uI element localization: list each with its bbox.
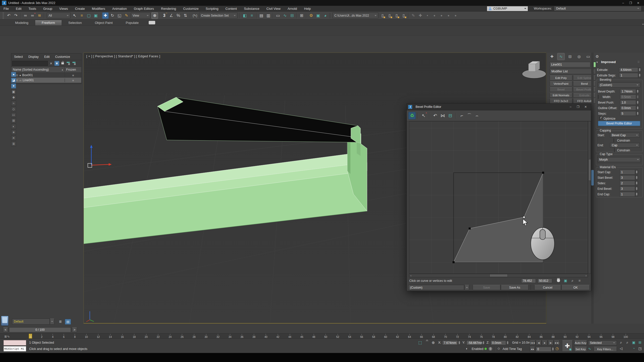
ribbon-config-icon[interactable]: [149, 21, 155, 24]
schematic-view-icon[interactable]: ⊞: [298, 12, 305, 19]
dialog-title-bar[interactable]: 3 Bevel Profile Editor – ❐ ✕: [407, 104, 591, 110]
account-menu[interactable]: CGBUMP: [487, 6, 528, 11]
extrude-segs-field[interactable]: 1: [619, 73, 638, 78]
key-filters-button[interactable]: Key Filters...: [594, 347, 617, 352]
bezier-corner-icon[interactable]: ⌒: [466, 112, 473, 119]
rendered-frame-window-icon[interactable]: ▣: [315, 12, 321, 19]
fov-icon[interactable]: ◁: [618, 346, 624, 351]
command-panel-scrollbar[interactable]: [591, 53, 594, 324]
sync-states-icon[interactable]: ▯: [400, 12, 407, 19]
dope-sheet-icon[interactable]: ⊟: [289, 12, 295, 19]
ribbon-tab[interactable]: Modeling: [9, 20, 35, 25]
capping-end-dropdown[interactable]: Cap: [610, 143, 640, 148]
explorer-menu-item[interactable]: Edit: [42, 55, 53, 59]
selection-set-dropdown[interactable]: Selected: [588, 340, 617, 345]
coord-y-field[interactable]: 50.812: [538, 279, 552, 283]
frozen-icon[interactable]: ∗: [72, 78, 74, 82]
state-sets-icon[interactable]: ▯: [379, 12, 386, 19]
transform-gizmo-icon[interactable]: ⊕: [432, 340, 435, 345]
tab-modify-icon[interactable]: ∿: [557, 53, 565, 60]
vertical-scrollbar[interactable]: [588, 121, 591, 274]
preset-dropdown-button[interactable]: [465, 285, 469, 290]
time-slider[interactable]: 0 / 100: [9, 327, 71, 332]
zoom-extents-all-icon[interactable]: ⊞: [637, 340, 643, 345]
open-container-icon[interactable]: ▯: [386, 12, 393, 19]
undo-icon[interactable]: ↶: [6, 12, 12, 19]
ribbon-tab[interactable]: Object Paint: [88, 20, 119, 25]
select-and-rotate-icon[interactable]: ↻: [109, 12, 116, 19]
toolbar-drag-handle[interactable]: [3, 12, 4, 19]
maximize-viewport-icon[interactable]: ◳: [637, 346, 643, 351]
key-mode-toggle[interactable]: ◄►: [530, 347, 535, 352]
close-button[interactable]: ✕: [582, 105, 589, 109]
ribbon-tab[interactable]: Freeform: [35, 20, 62, 25]
project-folder-select[interactable]: C:\Users\JI...ds Max 2022: [333, 13, 378, 18]
select-object-icon[interactable]: ↖: [71, 12, 78, 19]
frozen-icon[interactable]: ∗: [72, 73, 74, 77]
auto-key-button[interactable]: Auto Key: [574, 340, 587, 345]
minimize-button[interactable]: –: [567, 105, 574, 109]
modifier-button[interactable]: VertexPaint: [550, 81, 572, 86]
tab-utilities-icon[interactable]: ⚙: [593, 53, 601, 60]
capping-start-dropdown[interactable]: Bevel Cap: [610, 133, 640, 138]
menu-item[interactable]: Modifiers: [88, 7, 109, 11]
filter-bones-icon[interactable]: ◇: [11, 107, 16, 112]
menu-item[interactable]: Substance: [240, 7, 263, 11]
material-id-field[interactable]: 3: [620, 186, 635, 191]
frame-spinner[interactable]: [551, 347, 554, 352]
bezier-smooth-icon[interactable]: ⌢: [473, 112, 481, 119]
filter-list-icon[interactable]: ≣: [11, 141, 16, 146]
ribbon-tab[interactable]: Populate: [119, 20, 145, 25]
menu-item[interactable]: Animation: [109, 7, 130, 11]
rect-selection-region-icon[interactable]: ▢: [86, 12, 92, 19]
viewport-layout-icon[interactable]: [1, 316, 9, 326]
extrude-field[interactable]: 4.64mm: [619, 67, 638, 72]
tab-motion-icon[interactable]: ◎: [575, 53, 583, 60]
mirror-profile-icon[interactable]: ⋈: [439, 112, 447, 119]
explorer-menu-item[interactable]: Customize: [52, 55, 73, 59]
filter-shapes-icon[interactable]: ◪: [11, 78, 16, 83]
material-id-spinner[interactable]: [635, 175, 638, 180]
z-spinner[interactable]: [506, 340, 509, 345]
snap-toggle-icon[interactable]: 3: [161, 12, 168, 19]
menu-item[interactable]: Graph Editors: [130, 7, 157, 11]
percent-snap-icon[interactable]: %: [175, 12, 182, 19]
dot-big3-icon[interactable]: ●: [452, 12, 459, 19]
render-mode-icon[interactable]: ✚: [417, 12, 424, 19]
profile-canvas[interactable]: [409, 121, 588, 274]
time-configuration-icon[interactable]: ◷: [555, 346, 559, 351]
filter-lights-icon[interactable]: ✦: [11, 83, 16, 88]
menu-item[interactable]: Tools: [25, 7, 39, 11]
offset-profile-icon[interactable]: ⊟: [447, 112, 454, 119]
select-by-name-icon[interactable]: ≡: [78, 12, 85, 19]
workspace-select[interactable]: Default: [554, 6, 641, 11]
scroll-right-icon[interactable]: ›: [584, 274, 588, 277]
explorer-row[interactable]: ⊙ ▱ Line001 ∗: [11, 78, 81, 83]
set-key-button[interactable]: Set Key: [574, 347, 587, 352]
command-panel-scrollbar-thumb[interactable]: [591, 170, 594, 186]
maximize-button[interactable]: ❐: [627, 1, 634, 5]
previous-frame-arrow[interactable]: <: [3, 327, 8, 332]
unlink-icon[interactable]: ∞: [29, 12, 36, 19]
scroll-left-icon[interactable]: ‹: [409, 274, 413, 277]
bevel-profile-editor-button[interactable]: Bevel Profile Editor: [598, 121, 640, 126]
track-bar[interactable]: ≣∿ 0 2 4 6: [0, 333, 644, 339]
tab-create-icon[interactable]: ✚: [548, 53, 556, 60]
bind-spacewarp-icon[interactable]: ≋: [36, 12, 43, 19]
render-production-icon[interactable]: ◕: [322, 12, 329, 19]
bevel-push-spinner[interactable]: [636, 100, 639, 105]
modifier-button[interactable]: Bevel: [550, 87, 572, 92]
mute-button[interactable]: 0: [489, 347, 492, 351]
cancel-button[interactable]: Cancel: [534, 285, 561, 290]
optimize-checkbox[interactable]: [599, 116, 600, 120]
zoom-all-icon[interactable]: ⌕: [625, 340, 630, 345]
menu-item[interactable]: Create: [71, 7, 88, 11]
material-id-spinner[interactable]: [635, 170, 638, 174]
angle-snap-icon[interactable]: ∠: [168, 12, 175, 19]
menu-item[interactable]: Arnold: [284, 7, 301, 11]
steps-field[interactable]: 5: [620, 111, 636, 116]
filter-xrefs-icon[interactable]: ⊞: [11, 118, 16, 123]
layers-icon[interactable]: ≣: [58, 319, 63, 324]
corner-vertex-icon[interactable]: ⌐: [458, 112, 466, 119]
maxscript-pink-field[interactable]: [4, 340, 26, 345]
